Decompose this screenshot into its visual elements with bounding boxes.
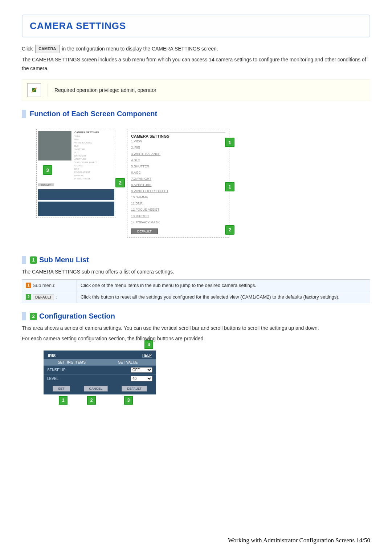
- section-submenu-heading-bar: 1Sub Menu List: [22, 256, 370, 264]
- mock-left-item: DNR: [74, 168, 79, 170]
- mock-left-item: PRIVACY MASK: [74, 178, 90, 180]
- mock-left-item: DAY/NIGHT: [74, 155, 86, 157]
- mock-list-item[interactable]: 10.GAMMA: [131, 194, 225, 200]
- table-row: 2DEFAULT : Click this button to reset al…: [22, 291, 370, 303]
- table-row: 1Sub menu: Click one of the menu items i…: [22, 279, 370, 291]
- callout-2: 2: [115, 178, 125, 187]
- iris-col-set-value: SET VALUE: [100, 359, 156, 365]
- mock-list-item[interactable]: 3.WHITE BALANCE: [131, 151, 225, 157]
- iris-buttons-row: SET CANCEL DEFAULT: [44, 383, 156, 394]
- submenu-row1-text: Click one of the menu items in the sub m…: [77, 279, 370, 291]
- mock-list-item[interactable]: 12.FOCUS ASSIST: [131, 207, 225, 213]
- mock-left-item: FOCUS ASSIST: [74, 171, 90, 173]
- iris-col-setting-items: SETTING ITEMS: [44, 359, 100, 365]
- mock-right-default-button[interactable]: DEFAULT: [131, 228, 158, 234]
- page-footer: Working with Administrator Configuration…: [228, 537, 370, 544]
- mock-left-item: VIEW: [74, 135, 80, 137]
- section-function-heading-bar: Function of Each Screen Component: [22, 110, 370, 118]
- submenu-row2-default-btn[interactable]: DEFAULT: [33, 295, 54, 300]
- section-submenu-heading: 1Sub Menu List: [30, 256, 370, 264]
- diagram-area: CAMERA SETTINGS VIEW IRIS WHITE BALANCE …: [22, 122, 370, 244]
- page-title-box: CAMERA SETTINGS: [22, 15, 370, 37]
- section-function-heading: Function of Each Screen Component: [30, 110, 370, 118]
- mock-left-item: GAMMA: [74, 165, 83, 167]
- iris-senseup-label: SENSE UP: [47, 368, 131, 372]
- mock-left-menu-title: CAMERA SETTINGS: [74, 131, 114, 135]
- mock-left-item: VIVID COLOR EFFECT: [74, 161, 98, 163]
- iris-help-link[interactable]: HELP: [142, 353, 152, 358]
- mock-list-item[interactable]: 8.APERTURE: [131, 182, 225, 188]
- config-heading-text: Configuration Section: [39, 312, 115, 320]
- mock-left-item: IRIS: [74, 138, 79, 141]
- mock-left-item: MIRROR: [74, 174, 83, 177]
- submenu-row1-label-cell: 1Sub menu:: [22, 279, 77, 291]
- mock-left-default-button[interactable]: DEFAULT: [38, 183, 54, 186]
- diagram-right: CAMERA SETTINGS 1.VIEW 2.IRIS 3.WHITE BA…: [127, 129, 229, 237]
- iris-set-button[interactable]: SET: [53, 386, 70, 392]
- submenu-desc: The CAMERA SETTINGS sub menu offers a li…: [22, 268, 370, 276]
- note-icon: [27, 83, 41, 97]
- mock-left-item: BLC: [74, 145, 79, 147]
- submenu-row2-text: Click this button to reset all the setti…: [77, 291, 370, 303]
- mock-submenu-list: CAMERA SETTINGS 1.VIEW 2.IRIS 3.WHITE BA…: [127, 129, 229, 237]
- submenu-row2-colon: :: [56, 294, 57, 300]
- iris-columns: SETTING ITEMS SET VALUE: [44, 359, 156, 365]
- mock-left-menu: CAMERA SETTINGS VIEW IRIS WHITE BALANCE …: [73, 131, 114, 181]
- intro-click-suffix: in the configuration menu to display the…: [62, 46, 218, 52]
- callout-3: 3: [43, 165, 52, 175]
- iris-cancel-button[interactable]: CANCEL: [84, 386, 108, 392]
- iris-callout-3: 3: [124, 396, 133, 405]
- note-separator: [48, 84, 48, 97]
- mock-list-item[interactable]: 7.DAY/NIGHT: [131, 176, 225, 182]
- mock-list-item[interactable]: 5.SHUTTER: [131, 163, 225, 170]
- intro-line-2: The CAMERA SETTINGS screen includes a su…: [22, 56, 370, 73]
- mock-list-item[interactable]: 11.DNR: [131, 200, 225, 207]
- mock-list-item[interactable]: 9.VIVID COLOR EFFECT: [131, 188, 225, 194]
- intro-line-1: Click CAMERA in the configuration menu t…: [22, 45, 370, 53]
- submenu-row1-label: Sub menu:: [33, 283, 56, 288]
- config-desc-2: For each camera setting configuration se…: [22, 335, 370, 343]
- mock-list-item[interactable]: 13.MIRROR: [131, 213, 225, 219]
- iris-panel-wrap: 4 IRIS HELP SETTING ITEMS SET VALUE SENS…: [44, 351, 156, 394]
- mock-list-item[interactable]: 1.VIEW: [131, 138, 225, 145]
- mock-list-item[interactable]: 4.BLC: [131, 157, 225, 163]
- camera-button-inline[interactable]: CAMERA: [35, 45, 59, 53]
- diagram-left: CAMERA SETTINGS VIEW IRIS WHITE BALANCE …: [36, 129, 116, 237]
- note-box: Required operation privilege: admin, ope…: [22, 79, 370, 101]
- iris-senseup-select[interactable]: OFF: [131, 367, 152, 373]
- mock-config-panel-2: [38, 202, 114, 216]
- callout-2b: 2: [225, 225, 234, 235]
- mock-left-item: SHUTTER: [74, 148, 85, 150]
- iris-title: IRIS: [48, 353, 56, 358]
- iris-callout-4: 4: [144, 340, 153, 349]
- row-mini-num-1: 1: [26, 283, 31, 288]
- section-config-heading: 2Configuration Section: [30, 312, 370, 320]
- iris-row-senseup: SENSE UP OFF: [44, 365, 156, 374]
- mock-left-item: AGC: [74, 151, 79, 154]
- mock-left-item: APERTURE: [74, 158, 86, 160]
- mock-left-item: WHITE BALANCE: [74, 142, 92, 144]
- section-config-heading-bar: 2Configuration Section: [22, 312, 370, 320]
- mock-list-item[interactable]: 2.IRIS: [131, 145, 225, 151]
- mock-list-item[interactable]: 14.PRIVACY MASK: [131, 219, 225, 226]
- submenu-table: 1Sub menu: Click one of the menu items i…: [22, 279, 370, 303]
- mock-submenu-title: CAMERA SETTINGS: [131, 132, 225, 138]
- pencil-icon: [30, 86, 38, 94]
- iris-level-label: LEVEL: [47, 377, 131, 381]
- config-badge: 2: [30, 313, 37, 320]
- submenu-badge: 1: [30, 256, 37, 264]
- mock-camera-preview: [38, 131, 72, 161]
- iris-callout-1: 1: [59, 396, 68, 405]
- iris-panel: IRIS HELP SETTING ITEMS SET VALUE SENSE …: [44, 351, 156, 394]
- iris-head: IRIS HELP: [44, 351, 156, 359]
- iris-callout-2: 2: [87, 396, 96, 405]
- mock-list-item[interactable]: 6.AGC: [131, 170, 225, 176]
- submenu-heading-text: Sub Menu List: [39, 256, 89, 264]
- config-desc-1: This area shows a series of camera setti…: [22, 324, 370, 333]
- mock-config-panel-1: [38, 189, 114, 200]
- callout-1b: 1: [225, 182, 234, 191]
- intro-click-prefix: Click: [22, 46, 33, 52]
- iris-level-select[interactable]: 40: [131, 376, 152, 381]
- iris-default-button[interactable]: DEFAULT: [122, 386, 147, 392]
- note-text: Required operation privilege: admin, ope…: [54, 87, 156, 93]
